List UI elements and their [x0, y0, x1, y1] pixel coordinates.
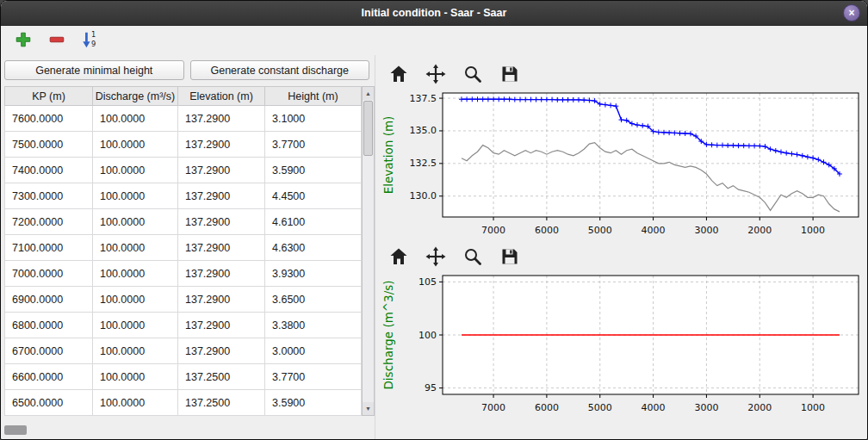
table-row[interactable]: 7600.0000100.0000137.29003.1000	[5, 106, 362, 132]
x-tick-label: 2000	[747, 402, 772, 413]
table-cell[interactable]: 6900.0000	[5, 287, 93, 313]
table-cell[interactable]: 137.2900	[178, 132, 265, 158]
table-cell[interactable]: 137.2900	[178, 287, 265, 313]
table-cell[interactable]: 137.2900	[178, 261, 265, 287]
table-row[interactable]: 6700.0000100.0000137.29003.0000	[5, 338, 362, 364]
table-cell[interactable]: 3.3800	[265, 313, 362, 338]
table-row[interactable]: 6800.0000100.0000137.29003.3800	[5, 313, 362, 338]
table-cell[interactable]: 137.2900	[178, 209, 265, 235]
table-header-row: KP (m) Discharge (m³/s) Elevation (m) He…	[5, 87, 362, 106]
home-button[interactable]	[388, 64, 410, 86]
pan-icon	[425, 246, 446, 270]
table-cell[interactable]: 100.0000	[93, 364, 178, 390]
table-cell[interactable]: 100.0000	[93, 209, 178, 235]
table-cell[interactable]: 6500.0000	[5, 390, 93, 416]
column-header-elevation[interactable]: Elevation (m)	[178, 87, 265, 106]
remove-row-button[interactable]	[46, 29, 68, 52]
zoom-button[interactable]	[462, 64, 484, 86]
table-cell[interactable]: 137.2500	[178, 364, 265, 390]
table-cell[interactable]: 100.0000	[93, 132, 178, 158]
table-cell[interactable]: 7000.0000	[5, 261, 93, 287]
generate-constant-discharge-button[interactable]: Generate constant discharge	[190, 60, 370, 80]
scrollbar-track[interactable]	[363, 100, 374, 402]
table-cell[interactable]: 3.6500	[265, 287, 362, 313]
column-header-kp[interactable]: KP (m)	[5, 87, 93, 106]
save-button[interactable]	[499, 246, 521, 269]
table-cell[interactable]: 137.2900	[178, 158, 265, 183]
table-cell[interactable]: 100.0000	[93, 313, 178, 338]
x-tick-label: 4000	[642, 402, 666, 413]
pan-icon	[425, 64, 446, 87]
x-tick-label: 4000	[642, 225, 666, 236]
sort-button[interactable]: 1 9	[79, 29, 102, 52]
table-row[interactable]: 7100.0000100.0000137.29004.6300	[5, 235, 362, 261]
table-cell[interactable]: 100.0000	[93, 158, 178, 183]
add-row-button[interactable]	[12, 29, 34, 52]
x-tick-label: 5000	[588, 402, 612, 413]
table-cell[interactable]: 137.2500	[178, 390, 265, 416]
table-cell[interactable]: 100.0000	[93, 106, 178, 132]
table-cell[interactable]: 100.0000	[93, 261, 178, 287]
table-cell[interactable]: 3.5900	[265, 158, 362, 183]
table-cell[interactable]: 3.1000	[265, 106, 362, 132]
table-row[interactable]: 6600.0000100.0000137.25003.7700	[5, 364, 362, 390]
scroll-up-button[interactable]: ▲	[363, 87, 374, 100]
vertical-scrollbar[interactable]: ▲ ▼	[362, 86, 375, 416]
table-row[interactable]: 7000.0000100.0000137.29003.9300	[5, 261, 362, 287]
table-row[interactable]: 7400.0000100.0000137.29003.5900	[5, 158, 362, 183]
table-cell[interactable]: 100.0000	[93, 390, 178, 416]
close-button[interactable]: ×	[843, 4, 860, 22]
table-cell[interactable]: 137.2900	[178, 106, 265, 132]
table-cell[interactable]: 7100.0000	[5, 235, 93, 261]
table-cell[interactable]: 6800.0000	[5, 313, 93, 338]
table-cell[interactable]: 137.2900	[178, 235, 265, 261]
table-cell[interactable]: 6700.0000	[5, 338, 93, 364]
x-tick-label: 7000	[481, 225, 505, 236]
table-cell[interactable]: 7300.0000	[5, 183, 93, 209]
home-icon	[388, 246, 409, 270]
table-cell[interactable]: 4.6100	[265, 209, 362, 235]
table-cell[interactable]: 3.7700	[265, 364, 362, 390]
scroll-down-button[interactable]: ▼	[363, 402, 374, 415]
column-header-discharge[interactable]: Discharge (m³/s)	[93, 87, 178, 106]
table-row[interactable]: 7300.0000100.0000137.29004.4500	[5, 183, 362, 209]
table-row[interactable]: 6900.0000100.0000137.29003.6500	[5, 287, 362, 313]
column-header-height[interactable]: Height (m)	[265, 87, 362, 106]
discharge-chart[interactable]: 700060005000400030002000100095100105Disc…	[381, 270, 865, 417]
horizontal-scrollbar-thumb[interactable]	[4, 425, 27, 435]
table-cell[interactable]: 100.0000	[93, 183, 178, 209]
save-button[interactable]	[499, 64, 521, 86]
table-cell[interactable]: 6600.0000	[5, 364, 93, 390]
generate-minimal-height-button[interactable]: Generate minimal height	[4, 60, 184, 80]
table-cell[interactable]: 7400.0000	[5, 158, 93, 183]
zoom-button[interactable]	[462, 246, 484, 269]
table-cell[interactable]: 7500.0000	[5, 132, 93, 158]
table-cell[interactable]: 4.4500	[265, 183, 362, 209]
table-cell[interactable]: 3.9300	[265, 261, 362, 287]
table-row[interactable]: 6500.0000100.0000137.25003.5900	[5, 390, 362, 416]
pan-button[interactable]	[425, 246, 447, 269]
table-cell[interactable]: 7200.0000	[5, 209, 93, 235]
table-cell[interactable]: 3.7700	[265, 132, 362, 158]
table-cell[interactable]: 4.6300	[265, 235, 362, 261]
table-cell[interactable]: 100.0000	[93, 287, 178, 313]
table-area: KP (m) Discharge (m³/s) Elevation (m) He…	[4, 86, 375, 416]
y-axis-label: Discharge (m^3/s)	[381, 280, 395, 389]
y-tick-label: 100	[418, 330, 437, 341]
table-cell[interactable]: 137.2900	[178, 313, 265, 338]
table-cell[interactable]: 7600.0000	[5, 106, 93, 132]
table-cell[interactable]: 3.0000	[265, 338, 362, 364]
table-cell[interactable]: 100.0000	[93, 235, 178, 261]
table-cell[interactable]: 137.2900	[178, 183, 265, 209]
pan-button[interactable]	[425, 64, 447, 86]
elevation-chart[interactable]: 7000600050004000300020001000130.0132.513…	[381, 88, 865, 239]
table-cell[interactable]: 137.2900	[178, 338, 265, 364]
scrollbar-thumb[interactable]	[363, 101, 373, 156]
table-cell[interactable]: 100.0000	[93, 338, 178, 364]
table-row[interactable]: 7500.0000100.0000137.29003.7700	[5, 132, 362, 158]
table-cell[interactable]: 3.5900	[265, 390, 362, 416]
table-row[interactable]: 7200.0000100.0000137.29004.6100	[5, 209, 362, 235]
x-tick-label: 3000	[694, 225, 718, 236]
y-tick-label: 130.0	[410, 190, 437, 201]
home-button[interactable]	[388, 246, 410, 269]
